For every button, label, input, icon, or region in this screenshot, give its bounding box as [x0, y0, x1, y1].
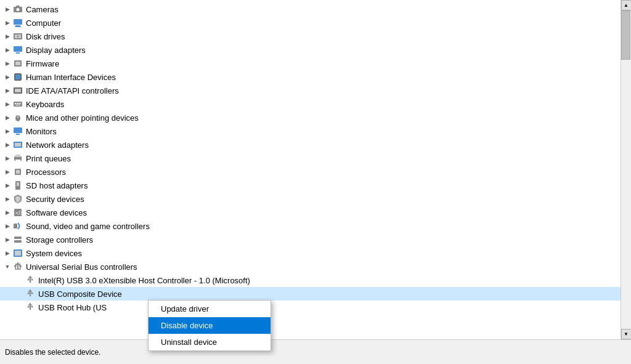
scroll-track[interactable]: [621, 10, 631, 329]
tree-item-usb-composite[interactable]: USB Composite Device: [0, 287, 621, 301]
system-icon: [12, 248, 23, 259]
expand-arrow[interactable]: [2, 45, 12, 55]
expand-arrow[interactable]: [2, 235, 12, 245]
svg-point-44: [19, 265, 22, 267]
tree-item-software-devices[interactable]: </>Software devices: [0, 206, 621, 219]
tree-item-label: Universal Serial Bus controllers: [26, 262, 618, 272]
context-menu-item-uninstall-device[interactable]: Uninstall device: [149, 334, 271, 350]
tree-item-disk-drives[interactable]: Disk drives: [0, 30, 621, 43]
tree-item-keyboards[interactable]: Keyboards: [0, 97, 621, 111]
scroll-up-button[interactable]: ▲: [621, 0, 632, 10]
tree-item-label: Computer: [26, 18, 618, 28]
svg-rect-12: [15, 62, 20, 65]
svg-rect-31: [15, 160, 20, 162]
svg-rect-40: [14, 240, 22, 243]
svg-rect-25: [14, 127, 22, 133]
expand-arrow[interactable]: [2, 31, 12, 41]
tree-item-usb-root-hub[interactable]: USB Root Hub (US: [0, 301, 621, 314]
tree-item-monitors[interactable]: Monitors: [0, 124, 621, 138]
svg-rect-10: [16, 52, 20, 54]
svg-rect-30: [15, 155, 20, 157]
expand-arrow[interactable]: [2, 113, 12, 123]
tree-item-sd-host[interactable]: SD host adapters: [0, 179, 621, 192]
tree-item-processors[interactable]: Processors: [0, 165, 621, 179]
network-icon: [12, 139, 23, 150]
storage-icon: [12, 234, 23, 245]
tree-item-firmware[interactable]: Firmware: [0, 57, 621, 70]
tree-item-label: Intel(R) USB 3.0 eXtensible Host Control…: [38, 276, 618, 285]
svg-point-46: [31, 279, 33, 281]
svg-rect-16: [15, 89, 21, 92]
tree-item-usb-controllers[interactable]: Universal Serial Bus controllers: [0, 260, 621, 273]
scroll-down-button[interactable]: ▼: [621, 329, 632, 339]
svg-rect-21: [20, 103, 21, 104]
expand-arrow[interactable]: [2, 99, 12, 109]
expand-arrow[interactable]: [2, 59, 12, 68]
tree-item-label: Human Interface Devices: [26, 73, 618, 82]
svg-rect-5: [15, 26, 21, 27]
expand-arrow[interactable]: [2, 180, 12, 190]
expand-arrow[interactable]: [2, 167, 12, 177]
software-icon: </>: [12, 207, 23, 218]
svg-rect-3: [14, 19, 22, 25]
tree-item-label: Mice and other pointing devices: [26, 113, 618, 123]
tree-item-storage-controllers[interactable]: Storage controllers: [0, 233, 621, 246]
expand-arrow[interactable]: [2, 140, 12, 150]
tree-item-label: SD host adapters: [26, 181, 618, 190]
status-text: Disables the selected device.: [5, 348, 100, 357]
svg-point-48: [31, 293, 33, 294]
tree-item-security-devices[interactable]: Security devices: [0, 192, 621, 206]
svg-point-8: [17, 36, 19, 38]
tree-item-ide-atapi[interactable]: IDE ATA/ATAPI controllers: [0, 84, 621, 97]
tree-item-display-adapters[interactable]: Display adapters: [0, 43, 621, 57]
tree-item-label: Storage controllers: [26, 235, 618, 245]
expand-arrow[interactable]: [2, 4, 12, 14]
scroll-thumb[interactable]: [621, 10, 630, 60]
svg-point-47: [28, 293, 30, 294]
expand-arrow[interactable]: [2, 72, 12, 82]
tree-item-label: Processors: [26, 168, 618, 177]
device-tree[interactable]: CamerasComputerDisk drivesDisplay adapte…: [0, 0, 621, 339]
svg-rect-4: [15, 25, 20, 26]
expand-arrow[interactable]: [2, 153, 12, 163]
tree-item-label: Monitors: [26, 127, 618, 136]
tree-item-human-interface[interactable]: Human Interface Devices: [0, 70, 621, 84]
tree-item-computer[interactable]: Computer: [0, 16, 621, 30]
svg-rect-2: [16, 6, 20, 7]
svg-rect-9: [14, 46, 22, 52]
expand-arrow[interactable]: [2, 208, 12, 217]
svg-rect-26: [16, 134, 20, 135]
tree-item-network-adapters[interactable]: Network adapters: [0, 138, 621, 152]
svg-rect-28: [15, 143, 21, 147]
expand-arrow[interactable]: [2, 221, 12, 231]
tree-item-sound-video[interactable]: Sound, video and game controllers: [0, 219, 621, 233]
mouse-icon: [12, 112, 23, 123]
svg-point-50: [31, 306, 33, 308]
expand-arrow[interactable]: [2, 126, 12, 136]
expand-arrow[interactable]: [2, 262, 12, 272]
printer-icon: [12, 153, 23, 164]
svg-rect-19: [17, 103, 18, 104]
context-menu: Update driverDisable deviceUninstall dev…: [148, 300, 271, 351]
scrollbar[interactable]: ▲ ▼: [621, 0, 631, 339]
tree-item-label: Keyboards: [26, 100, 618, 109]
context-menu-item-disable-device[interactable]: Disable device: [149, 317, 271, 334]
hid-icon: [12, 71, 23, 83]
context-menu-item-update-driver[interactable]: Update driver: [149, 301, 271, 317]
expand-arrow[interactable]: [2, 18, 12, 28]
svg-point-49: [28, 306, 30, 308]
expand-arrow[interactable]: [2, 248, 12, 258]
tree-item-cameras[interactable]: Cameras: [0, 2, 621, 16]
sdhost-icon: [12, 180, 23, 191]
tree-item-label: Display adapters: [26, 46, 618, 55]
tree-item-print-queues[interactable]: Print queues: [0, 152, 621, 165]
tree-item-label: Security devices: [26, 195, 618, 204]
tree-item-mice[interactable]: Mice and other pointing devices: [0, 111, 621, 124]
expand-arrow[interactable]: [2, 86, 12, 95]
tree-item-usb-intel[interactable]: Intel(R) USB 3.0 eXtensible Host Control…: [0, 273, 621, 287]
tree-item-system-devices[interactable]: System devices: [0, 246, 621, 260]
keyboard-icon: [12, 99, 23, 110]
svg-rect-33: [16, 170, 20, 174]
tree-item-label: USB Root Hub (US: [38, 303, 618, 312]
expand-arrow[interactable]: [2, 194, 12, 204]
